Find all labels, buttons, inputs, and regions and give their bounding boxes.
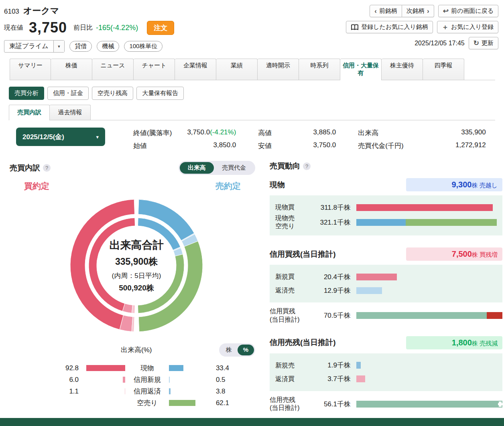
- bar: [356, 375, 497, 382]
- bar: [356, 219, 497, 226]
- subtab-trade-analysis[interactable]: 売買分析: [9, 87, 44, 100]
- market-select-value: 東証プライム: [4, 41, 53, 52]
- high-label: 高値: [258, 128, 284, 138]
- open-label: 始値: [133, 141, 184, 150]
- tab-shareholder-benefits[interactable]: 株主優待: [382, 59, 423, 80]
- refresh-button[interactable]: ↻更新: [469, 37, 498, 49]
- legend-bar: [169, 388, 171, 394]
- tab-results[interactable]: 業績: [216, 59, 258, 80]
- tab-company[interactable]: 企業情報: [175, 59, 216, 80]
- bar-row-hensai-kai: 返済買 3.7千株: [275, 372, 497, 386]
- bar-segment: [356, 219, 406, 226]
- stock-code: 6103: [4, 8, 19, 16]
- back-button[interactable]: ↩前の画面に戻る: [438, 5, 498, 17]
- section-title: 現物: [270, 180, 285, 190]
- date-select[interactable]: 2025/12/5(金) ▾: [16, 128, 105, 146]
- low-label: 安値: [258, 141, 284, 150]
- tab-disclosure[interactable]: 適時開示: [258, 59, 299, 80]
- close-label: 終値(騰落率): [133, 128, 184, 138]
- legend-bar: [123, 377, 125, 383]
- legend-value: 1.1: [55, 387, 79, 396]
- legend-row-karauri: 空売り 62.1: [55, 397, 239, 409]
- bar: [356, 312, 502, 319]
- trend-title: 売買動向: [270, 161, 300, 171]
- tab-news[interactable]: ニュース: [92, 59, 134, 80]
- footer-bar: [0, 418, 504, 426]
- section-title: 信用買残(当日推計): [270, 249, 336, 260]
- donut-avg: 500,920株: [90, 283, 183, 293]
- select-caret-icon: ▼: [53, 41, 65, 52]
- high-value: 3,885.0: [284, 128, 336, 138]
- help-icon[interactable]: ?: [43, 164, 51, 172]
- tab-margin-holdings[interactable]: 信用・大量保有: [340, 59, 382, 80]
- bar-segment: [356, 375, 365, 382]
- donut-total: 335,900株: [90, 256, 183, 268]
- legend-label: 信用新規: [128, 375, 166, 384]
- tab-timeseries[interactable]: 時系列: [299, 59, 340, 80]
- subtab-margin[interactable]: 信用・証金: [47, 87, 89, 100]
- chevron-left-icon: ‹: [374, 8, 377, 14]
- legend-value: 6.0: [55, 376, 79, 384]
- volume-donut-chart: 出来高合計 335,900株 (内周：5日平均) 500,920株: [68, 197, 205, 334]
- page-header: 6103 オークマ 現在値 3,750 前日比 -165(-4.22%) 注文 …: [0, 0, 504, 53]
- donut-title: 出来高合計: [90, 238, 183, 252]
- bar-row-genbutsu-uri: 現物売空売り 321.1千株: [275, 214, 497, 230]
- viewtab-breakdown[interactable]: 売買内訳: [9, 105, 50, 120]
- view-tab-bar: 売買内訳 過去情報: [9, 105, 495, 120]
- chevron-right-icon: ›: [427, 8, 429, 14]
- turnover-value: 1,272,912: [416, 141, 486, 150]
- favorites-add-button[interactable]: ＋お気に入り登録: [437, 21, 498, 33]
- legend-bar: [125, 388, 126, 394]
- next-stock-button[interactable]: 次銘柄›: [402, 5, 434, 17]
- bar-segment: [498, 401, 502, 408]
- badge-taishaku: 貸借: [69, 41, 92, 52]
- plus-icon: ＋: [442, 24, 449, 30]
- bar-segment: [356, 312, 487, 319]
- order-button[interactable]: 注文: [147, 21, 174, 35]
- legend-bar: [169, 377, 170, 383]
- toggle-shares[interactable]: 株: [220, 345, 238, 355]
- section-margin-buy-balance: 信用買残(当日推計) 7,500株 買残増 新規買 20.4千株 返済売 12.…: [270, 247, 502, 324]
- bar-segment: [356, 204, 493, 211]
- current-price-label: 現在値: [4, 24, 23, 32]
- toggle-percent[interactable]: %: [238, 345, 254, 355]
- legend-value: 62.1: [216, 399, 239, 407]
- daily-summary: 2025/12/5(金) ▾ 終値(騰落率) 3,750.0(-4.21%) 始…: [16, 128, 504, 150]
- favorites-list-button[interactable]: 登録したお気に入り銘柄: [346, 21, 433, 33]
- viewtab-history[interactable]: 過去情報: [50, 105, 91, 120]
- prev-stock-button[interactable]: ‹前銘柄: [370, 5, 402, 17]
- tab-price[interactable]: 株価: [51, 59, 92, 80]
- badge-sector: 機械: [97, 41, 119, 52]
- tab-chart[interactable]: チャート: [134, 59, 175, 80]
- bar-segment: [356, 274, 397, 280]
- net-sell-badge: 9,300株 売越し: [406, 178, 502, 191]
- donut-note: (内周：5日平均): [90, 271, 183, 280]
- bar: [356, 274, 497, 280]
- bar-row-genbutsu-kai: 現物買 311.8千株: [275, 201, 497, 214]
- stock-name: オークマ: [23, 5, 59, 17]
- donut-buy-inner-2: [132, 305, 135, 313]
- last-updated-timestamp: 2025/12/05 17:45: [415, 40, 465, 47]
- help-icon[interactable]: ?: [303, 162, 311, 170]
- change-value: -165(-4.22%): [96, 24, 138, 32]
- toggle-turnover[interactable]: 売買代金: [214, 162, 254, 174]
- legend-title: 出来高(%): [54, 345, 219, 355]
- shares-percent-toggle: 株 %: [219, 343, 255, 357]
- section-genbutsu: 現物 9,300株 売越し 現物買 311.8千株 現物売空売り 321.1千株: [270, 178, 502, 235]
- market-select[interactable]: 東証プライム ▼: [4, 40, 65, 53]
- buy-balance-increase-badge: 7,500株 買残増: [406, 247, 502, 261]
- legend-value: 33.4: [216, 364, 239, 372]
- bar-row-shinki-kai: 新規買 20.4千株: [275, 270, 497, 284]
- tab-summary[interactable]: サマリー: [10, 59, 51, 80]
- tab-shikiho[interactable]: 四季報: [423, 59, 464, 80]
- toggle-volume[interactable]: 出来高: [180, 162, 214, 174]
- refresh-icon: ↻: [474, 40, 479, 47]
- turnover-label: 売買代金(千円): [358, 141, 415, 150]
- close-value: 3,750.0(-4.21%): [184, 128, 236, 138]
- bar-segment: [406, 219, 497, 226]
- legend-label: 信用返済: [128, 387, 166, 396]
- subtab-short-balance[interactable]: 空売り残高: [92, 87, 133, 100]
- donut-center-labels: 出来高合計 335,900株 (内周：5日平均) 500,920株: [90, 238, 183, 293]
- subtab-large-holdings[interactable]: 大量保有報告: [136, 87, 184, 100]
- current-price: 3,750: [29, 19, 67, 36]
